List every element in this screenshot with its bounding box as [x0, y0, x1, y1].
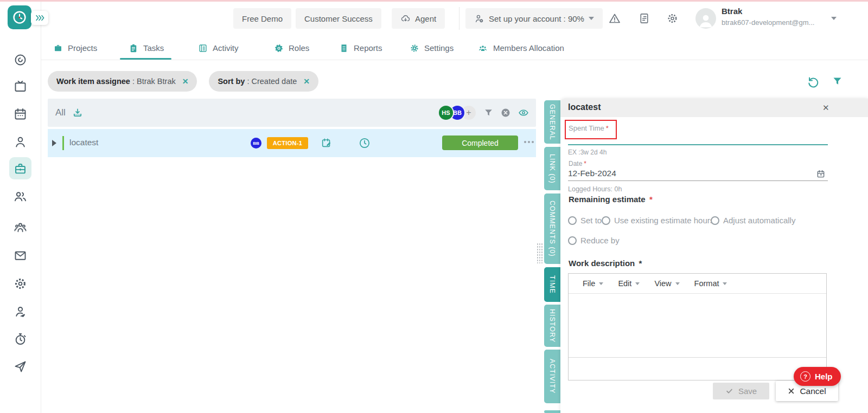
sidebar-item-user-icon[interactable] — [13, 134, 28, 149]
editor-menu-edit[interactable]: Edit — [618, 279, 640, 288]
panel-tab-history[interactable]: HISTORY — [544, 305, 560, 347]
radio-circle-icon[interactable] — [568, 236, 577, 245]
datepicker-calendar-icon[interactable] — [816, 169, 826, 179]
sidebar-item-users-icon[interactable] — [13, 189, 28, 204]
funnel-icon[interactable] — [483, 108, 494, 118]
reset-filters-icon[interactable] — [807, 75, 820, 88]
radio-adjust-automatically[interactable]: Adjust automatically — [711, 216, 795, 225]
calendar-edit-icon[interactable] — [321, 137, 333, 149]
tab-reports[interactable]: Reports — [339, 37, 382, 59]
sidebar-item-send-icon[interactable] — [13, 359, 28, 374]
panel-tab-activity[interactable]: ACTIVITY — [544, 350, 560, 403]
radio-circle-icon[interactable] — [568, 216, 577, 225]
task-key-badge[interactable]: ACTION-1 — [267, 137, 308, 149]
tab-activity-label: Activity — [213, 43, 239, 53]
editor-menu-file[interactable]: File — [583, 279, 603, 288]
user-menu-chevron-icon[interactable] — [831, 17, 837, 20]
app-logo[interactable] — [8, 5, 31, 29]
tab-settings-label: Settings — [424, 43, 454, 53]
tab-roles[interactable]: Roles — [274, 37, 309, 59]
chip-remove-icon[interactable]: ✕ — [303, 77, 310, 86]
app-root: Free Demo Customer Success Agent Set up … — [0, 0, 868, 413]
tab-projects[interactable]: Projects — [53, 37, 97, 59]
sidebar-item-alarm-clock-icon[interactable] — [13, 332, 28, 346]
document-icon[interactable] — [638, 12, 650, 25]
sidebar-item-gear-icon[interactable] — [13, 276, 28, 291]
cloud-download-icon — [400, 14, 411, 24]
agent-button[interactable]: Agent — [392, 8, 445, 29]
status-badge[interactable]: Completed — [442, 135, 518, 150]
editor-content-area[interactable] — [569, 294, 826, 357]
panel-tab-general[interactable]: GENERAL — [544, 100, 560, 144]
row-avatar-bb[interactable]: BB — [251, 138, 261, 149]
editor-menu-format[interactable]: Format — [694, 279, 727, 288]
remaining-estimate-title: Remaining estimate * — [569, 195, 653, 204]
row-menu-icon[interactable] — [524, 141, 534, 143]
task-row[interactable]: locatest BB ACTION-1 Completed — [48, 129, 536, 157]
spent-time-input[interactable] — [568, 144, 828, 145]
sidebar-item-target-icon[interactable] — [13, 53, 28, 67]
radio-circle-icon[interactable] — [602, 216, 610, 225]
avatar-hs[interactable]: HS — [438, 105, 454, 121]
panel-tab-time[interactable]: TIME — [544, 267, 560, 302]
clear-circle-icon[interactable] — [500, 107, 511, 118]
help-button[interactable]: ? Help — [794, 367, 841, 386]
download-icon[interactable] — [72, 107, 83, 118]
chip-value: Created date — [251, 77, 297, 86]
sidebar-item-user-badge-icon[interactable] — [13, 304, 28, 319]
agent-label: Agent — [415, 14, 436, 23]
save-button[interactable]: Save — [713, 383, 769, 399]
avatar-initials: BB — [253, 141, 259, 146]
chip-separator: : — [132, 77, 135, 86]
customer-success-label: Customer Success — [304, 14, 373, 23]
close-icon[interactable]: ✕ — [822, 103, 829, 113]
tab-tasks[interactable]: Tasks — [129, 37, 164, 59]
work-description-editor[interactable]: File Edit View Format — [568, 273, 827, 380]
radio-circle-icon[interactable] — [711, 216, 719, 225]
radio-label: Adjust automatically — [723, 216, 795, 225]
customer-success-button[interactable]: Customer Success — [296, 8, 381, 29]
sidebar-item-mail-icon[interactable] — [13, 248, 28, 263]
radio-use-existing[interactable]: Use existing estimate hours — [602, 216, 714, 225]
user-avatar[interactable] — [695, 8, 716, 29]
close-icon — [788, 388, 795, 395]
help-label: Help — [815, 372, 833, 381]
account-setup-dropdown[interactable]: Set up your account : 90% — [465, 8, 603, 29]
tab-activity[interactable]: Activity — [198, 37, 239, 59]
sidebar-item-briefcase-icon[interactable] — [13, 162, 28, 176]
panel-resize-handle[interactable] — [537, 243, 543, 263]
sidebar-item-team-icon[interactable] — [13, 221, 28, 235]
tab-members-allocation[interactable]: Members Allocation — [477, 37, 564, 59]
date-input[interactable]: 12-Feb-2024 — [568, 169, 616, 178]
tab-settings[interactable]: Settings — [410, 37, 454, 59]
panel-tab-comments[interactable]: COMMENTS (0) — [544, 193, 560, 264]
filter-chip-assignee[interactable]: Work item assignee : Btrak Btrak ✕ — [48, 71, 197, 92]
expand-row-icon[interactable] — [52, 140, 56, 146]
person-gear-icon — [474, 14, 484, 24]
eye-icon[interactable] — [518, 107, 529, 118]
filter-icon[interactable] — [832, 76, 843, 87]
radio-label: Reduce by — [580, 236, 620, 245]
chevron-down-icon — [675, 282, 680, 285]
sidebar-item-tv-icon[interactable] — [13, 79, 28, 94]
filter-chip-sort[interactable]: Sort by : Created date ✕ — [209, 71, 318, 92]
free-demo-button[interactable]: Free Demo — [233, 8, 291, 29]
editor-menu-view[interactable]: View — [654, 279, 679, 288]
panel-tab-link[interactable]: LINK (0) — [544, 147, 560, 190]
chip-remove-icon[interactable]: ✕ — [182, 77, 189, 86]
sidebar-item-calendar-icon[interactable] — [13, 107, 28, 121]
radio-reduce-by[interactable]: Reduce by — [568, 236, 620, 245]
task-title[interactable]: locatest — [69, 138, 98, 147]
avatar-initials: BB — [453, 109, 462, 116]
user-name: Btrak — [722, 7, 742, 16]
warning-triangle-icon[interactable] — [608, 12, 622, 25]
panel-tab-label: GENERAL — [548, 104, 556, 140]
expand-sidebar-button[interactable] — [31, 11, 48, 25]
radio-set-to[interactable]: Set to — [568, 216, 602, 225]
panel-tab-partial[interactable] — [544, 410, 560, 413]
clock-icon[interactable] — [358, 137, 371, 150]
chip-value: Btrak Btrak — [137, 77, 176, 86]
gear-icon[interactable] — [666, 12, 679, 25]
group-label: All — [55, 107, 66, 118]
person-icon — [697, 11, 715, 29]
